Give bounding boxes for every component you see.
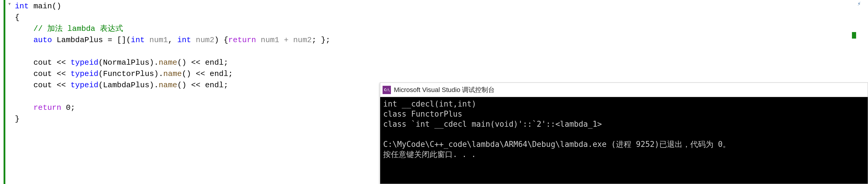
keyword-int: int xyxy=(15,2,29,11)
keyword-auto: auto xyxy=(33,36,52,44)
typeid-2: typeid xyxy=(70,69,98,78)
console-title-text: Microsoft Visual Studio 调试控制台 xyxy=(394,85,495,95)
tail-2: () << endl; xyxy=(182,69,233,78)
watermark-text: CSDN @yushanghai xyxy=(824,179,863,183)
semicolon-brace: ; }; xyxy=(312,36,330,44)
lambda-var: LambdaPlus xyxy=(52,36,107,44)
console-output[interactable]: int __cdecl(int,int) class FunctorPlus c… xyxy=(380,97,868,184)
keyword-return: return xyxy=(228,36,256,44)
cout-2: cout << xyxy=(33,69,70,78)
typeid-3: typeid xyxy=(70,81,98,89)
arg-3: (LambdaPlus). xyxy=(98,81,159,89)
param-type-2: int xyxy=(177,36,191,44)
brace-close: } xyxy=(15,115,20,123)
assign-capture: = [] xyxy=(107,36,126,44)
console-line-1: int __cdecl(int,int) xyxy=(383,100,476,108)
arg-2: (FunctorPlus). xyxy=(98,69,163,78)
return-value: 0; xyxy=(61,103,75,112)
function-name: main xyxy=(29,2,52,11)
console-line-6: 按任意键关闭此窗口. . . xyxy=(383,150,476,159)
console-app-icon: C:\ xyxy=(382,86,391,94)
typeid-1: typeid xyxy=(70,58,98,67)
name-call-1: name xyxy=(159,58,177,67)
console-titlebar[interactable]: C:\ Microsoft Visual Studio 调试控制台 xyxy=(380,83,868,97)
console-line-3: class `int __cdecl main(void)'::`2'::<la… xyxy=(383,120,602,128)
tail-1: () << endl; xyxy=(177,58,228,67)
param-1: num1 xyxy=(145,36,168,44)
comment: // 加法 lambda 表达式 xyxy=(33,24,123,33)
console-line-5: C:\MyCode\C++_code\lambda\ARM64\Debug\la… xyxy=(383,140,731,149)
brace-open: { xyxy=(15,13,20,22)
cout-1: cout << xyxy=(33,58,70,67)
param-2: num2 xyxy=(191,36,214,44)
parens: () xyxy=(52,2,61,11)
return-expr: num1 + num2 xyxy=(256,36,312,44)
tail-3: () << endl; xyxy=(177,81,228,89)
cout-3: cout << xyxy=(33,81,70,89)
change-marker-icon xyxy=(852,32,856,39)
param-type-1: int xyxy=(131,36,145,44)
debug-console-window[interactable]: C:\ Microsoft Visual Studio 调试控制台 int __… xyxy=(380,82,868,184)
arg-1: (NormalPlus). xyxy=(98,58,159,67)
paren-close-brace: ) { xyxy=(214,36,228,44)
comma: , xyxy=(168,36,177,44)
toolbar-glyph-icon[interactable]: ⚡ xyxy=(857,0,861,7)
paren-open: ( xyxy=(126,36,131,44)
return-keyword: return xyxy=(33,103,61,112)
name-call-3: name xyxy=(159,81,177,89)
name-call-2: name xyxy=(163,69,182,78)
console-line-2: class FunctorPlus xyxy=(383,110,462,118)
